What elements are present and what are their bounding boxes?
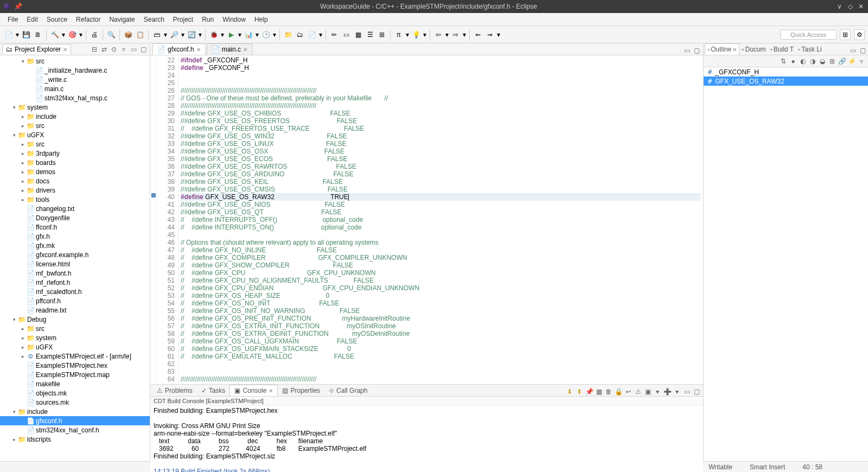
refresh-icon[interactable]: 🔄	[186, 29, 197, 40]
zoom-icon[interactable]: 🔍	[106, 29, 117, 40]
bottom-tab-problems[interactable]: ⚠Problems	[152, 385, 197, 396]
tree-item[interactable]: ▸📁docs	[0, 176, 150, 186]
maximize-icon[interactable]: ◇	[846, 3, 854, 10]
tree-item[interactable]: 📄mf_rlefont.h	[0, 278, 150, 287]
profile-icon[interactable]: 📊	[243, 29, 254, 40]
code-content[interactable]: #ifndef _GFXCONF_H#define _GFXCONF_H ///…	[178, 55, 703, 384]
next-icon[interactable]: ⇒	[484, 29, 495, 40]
maximize-icon[interactable]: ▢	[692, 387, 701, 396]
minimize-icon[interactable]: ▭	[682, 387, 691, 396]
tree-item[interactable]: ▸📁system	[0, 333, 150, 342]
filter-icon[interactable]: ⚡	[847, 57, 856, 66]
tree-item[interactable]: 📄main.c	[0, 84, 150, 93]
menu-file[interactable]: File	[3, 15, 22, 24]
bottom-tab-properties[interactable]: ▤Properties	[278, 385, 324, 396]
collapsed-icon[interactable]: ▸	[20, 326, 26, 331]
tree-item[interactable]: ▸📁include	[0, 112, 150, 121]
hide-static-icon[interactable]: ◐	[799, 57, 807, 66]
tree-item[interactable]: 📄ExampleSTMProject.map	[0, 370, 150, 379]
expanded-icon[interactable]: ▾	[20, 59, 26, 64]
maximize-icon[interactable]: ▢	[858, 46, 867, 55]
tree-item[interactable]: ▸📁drivers	[0, 186, 150, 195]
back-icon[interactable]: ⇦	[433, 29, 444, 40]
chevron-down-icon[interactable]: ▾	[238, 31, 242, 39]
collapsed-icon[interactable]: ▸	[20, 335, 26, 341]
collapsed-icon[interactable]: ▸	[20, 151, 26, 156]
down-icon[interactable]: ⬇	[565, 387, 574, 396]
tree-item[interactable]: 📄sources.mk	[0, 398, 150, 407]
minimize-icon[interactable]: ▭	[129, 45, 138, 54]
tree-item[interactable]: ▸📁tools	[0, 195, 150, 204]
maximize-icon[interactable]: ▢	[139, 45, 148, 54]
word-wrap-icon[interactable]: ↩	[624, 387, 633, 396]
editor-tab-gfxconf-h[interactable]: 📄gfxconf.h✕	[152, 43, 206, 55]
tree-icon[interactable]: ⊞	[376, 29, 387, 40]
quick-access[interactable]: Quick Access	[780, 30, 837, 40]
chevron-down-icon[interactable]: ▾	[405, 31, 410, 39]
chevron-down-icon[interactable]: ▾	[462, 31, 467, 39]
list-icon[interactable]: ☰	[365, 29, 375, 40]
outline-tab-build-t[interactable]: ▫Build T	[768, 44, 796, 55]
minimize-icon[interactable]: ▭	[682, 46, 691, 55]
expanded-icon[interactable]: ▾	[11, 105, 17, 110]
expanded-icon[interactable]: ▾	[11, 132, 17, 138]
save-icon[interactable]: 💾	[21, 29, 31, 40]
tree-item[interactable]: ▸📁demos	[0, 167, 150, 176]
tree-item[interactable]: ▾📁Debug	[0, 315, 150, 324]
chevron-down-icon[interactable]: ▾	[181, 31, 185, 39]
new-folder-icon[interactable]: 🗂	[295, 29, 305, 40]
chevron-down-icon[interactable]: ▾	[318, 31, 323, 39]
tree-item[interactable]: 📄objects.mk	[0, 388, 150, 398]
bottom-tab-console[interactable]: ▣Console✕	[229, 385, 278, 396]
close-icon[interactable]: ✕	[732, 47, 737, 53]
grid-icon[interactable]: ▦	[353, 29, 363, 40]
tree-item[interactable]: 📄pffconf.h	[0, 296, 150, 305]
show-error-icon[interactable]: ⚠	[634, 387, 642, 396]
menu-search[interactable]: Search	[139, 15, 169, 24]
close-icon[interactable]: ✕	[269, 388, 273, 394]
tree-item[interactable]: ▸⚙ExampleSTMProject.elf - [arm/le]	[0, 352, 150, 361]
tree-item[interactable]: ▾📁src	[0, 56, 150, 66]
tree-item[interactable]: ▾📁uGFX	[0, 130, 150, 139]
link-icon[interactable]: 🔗	[838, 57, 846, 66]
tree-item[interactable]: 📄stm32f4xx_hal_conf.h	[0, 425, 150, 435]
rect-icon[interactable]: ▭	[341, 29, 352, 40]
hide-non-public-icon[interactable]: ◑	[808, 57, 817, 66]
tree-item[interactable]: 📄gfxconf.example.h	[0, 250, 150, 259]
tree-item[interactable]: 📄changelog.txt	[0, 204, 150, 213]
tree-item[interactable]: ▸📁src	[0, 139, 150, 149]
chevron-down-icon[interactable]: ▾	[15, 31, 20, 39]
collapse-all-icon[interactable]: ⊟	[90, 45, 99, 54]
edit-icon[interactable]: ✏	[329, 29, 340, 40]
tree-item[interactable]: 📄Doxygenfile	[0, 213, 150, 222]
minimize-icon[interactable]: ▭	[848, 46, 857, 55]
tree-item[interactable]: 📄makefile	[0, 379, 150, 388]
pi-icon[interactable]: π	[393, 29, 404, 40]
bottom-tab-tasks[interactable]: ✓Tasks	[197, 385, 230, 396]
display-icon[interactable]: ▦	[595, 387, 603, 396]
outline-item[interactable]: #GFX_USE_OS_RAW32	[704, 76, 868, 86]
tree-item[interactable]: ▸📁3rdparty	[0, 149, 150, 158]
pin-icon[interactable]: 📌	[14, 3, 22, 10]
chevron-down-icon[interactable]: ▾	[445, 31, 449, 39]
save-all-icon[interactable]: 🗎	[33, 29, 43, 40]
open-console-icon[interactable]: ▣	[643, 387, 652, 396]
chevron-down-icon[interactable]: ▾	[496, 31, 501, 39]
console-content[interactable]: Finished building: ExampleSTMProject.hex…	[150, 406, 703, 472]
open-element-icon[interactable]: 🗃	[151, 29, 162, 40]
cpp-perspective-icon[interactable]: ⚙	[854, 29, 865, 40]
collapsed-icon[interactable]: ▸	[20, 123, 26, 129]
collapsed-icon[interactable]: ▸	[20, 114, 26, 119]
debug-icon[interactable]: 🐞	[208, 29, 219, 40]
menu-project[interactable]: Project	[169, 15, 197, 24]
tree-item[interactable]: 📄_write.c	[0, 75, 150, 84]
view-menu-icon[interactable]: ▿	[119, 45, 128, 54]
group-icon[interactable]: ⊞	[828, 57, 837, 66]
outline-tab-outline[interactable]: ▫Outline✕	[705, 43, 739, 55]
expanded-icon[interactable]: ▾	[11, 409, 17, 414]
clear-icon[interactable]: 🗑	[604, 387, 613, 396]
bottom-tab-call-graph[interactable]: ⊹Call Graph	[324, 385, 372, 396]
outline-item[interactable]: #_GFXCONF_H	[704, 67, 868, 76]
chevron-down-icon[interactable]: ▾	[272, 31, 277, 39]
menu-help[interactable]: Help	[250, 15, 272, 24]
